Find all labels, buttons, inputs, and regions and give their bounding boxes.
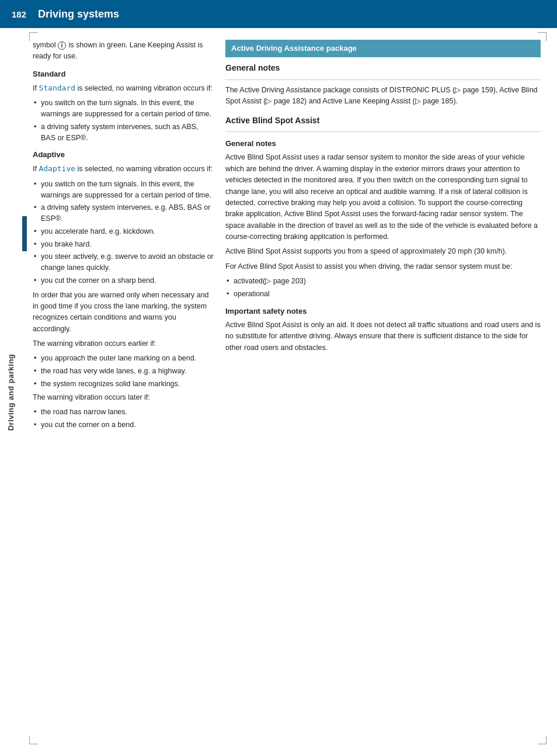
adaptive-bullets: you switch on the turn signals. In this … (33, 179, 214, 286)
adaptive-bullets2: you approach the outer lane marking on a… (33, 353, 214, 389)
adaptive-para1: In order that you are warned only when n… (33, 290, 214, 335)
blind-spot-para3: For Active Blind Spot Assist to assist y… (225, 261, 541, 272)
general-notes-1-heading: General notes (225, 62, 541, 75)
standard-bullets: you switch on the turn signals. In this … (33, 98, 214, 143)
list-item: you steer actively, e.g. swerve to avoid… (33, 251, 214, 273)
list-item: the road has narrow lanes. (33, 407, 214, 418)
list-item: a driving safety system intervenes, such… (33, 122, 214, 144)
list-item: you switch on the turn signals. In this … (33, 179, 214, 201)
list-item: you brake hard. (33, 239, 214, 250)
info-symbol: i (58, 41, 66, 50)
list-item: the system recognizes solid lane marking… (33, 379, 214, 390)
page: 182 Driving systems Driving and parking … (0, 0, 557, 756)
sidebar-text: Driving and parking (7, 353, 16, 431)
adaptive-para2: The warning vibration occurs earlier if: (33, 338, 214, 349)
intro-text-before: symbol (33, 41, 58, 49)
right-column: Active Driving Assistance package Genera… (225, 40, 541, 433)
blind-spot-bullets: activated(▷ page 203) operational (225, 276, 541, 300)
list-item: you cut the corner on a bend. (33, 419, 214, 431)
list-item: you approach the outer lane marking on a… (33, 353, 214, 364)
list-item: activated(▷ page 203) (225, 276, 541, 287)
section-indicator (22, 216, 27, 251)
safety-text: Active Blind Spot Assist is only an aid.… (225, 320, 541, 353)
blind-spot-para2: Active Blind Spot Assist supports you fr… (225, 246, 541, 257)
adaptive-heading: Adaptive (33, 149, 214, 161)
blind-spot-body: Active Blind Spot Assist uses a radar se… (225, 152, 541, 242)
header-bar: 182 Driving systems (0, 0, 557, 28)
list-item: you cut the corner on a sharp bend. (33, 275, 214, 286)
sidebar-label: Driving and parking (0, 28, 22, 756)
page-number: 182 (12, 9, 26, 19)
blind-spot-general-notes-heading: General notes (225, 138, 541, 150)
list-item: the road has very wide lanes, e.g. a hig… (33, 366, 214, 377)
general-notes-1-text: The Active Driving Assistance package co… (225, 85, 541, 107)
two-column-layout: symbol i is shown in green. Lane Keeping… (27, 28, 546, 433)
adaptive-para3: The warning vibration occurs later if: (33, 392, 214, 403)
adaptive-bullets3: the road has narrow lanes. you cut the c… (33, 407, 214, 431)
divider-2 (225, 131, 541, 132)
left-column: symbol i is shown in green. Lane Keeping… (33, 40, 214, 433)
standard-intro: If Standard is selected, no warning vibr… (33, 82, 214, 94)
intro-paragraph: symbol i is shown in green. Lane Keeping… (33, 40, 214, 63)
list-item: a driving safety system intervenes, e.g.… (33, 202, 214, 224)
content-area: symbol i is shown in green. Lane Keeping… (27, 28, 546, 756)
list-item: you switch on the turn signals. In this … (33, 98, 214, 120)
standard-heading: Standard (33, 68, 214, 80)
page-title: Driving systems (38, 8, 119, 20)
adaptive-intro: If Adaptive is selected, no warning vibr… (33, 163, 214, 175)
list-item: operational (225, 289, 541, 300)
blind-spot-heading: Active Blind Spot Assist (225, 115, 541, 127)
divider-1 (225, 79, 541, 80)
adaptive-label: Adaptive (39, 164, 75, 173)
list-item: you accelerate hard, e.g. kickdown. (33, 226, 214, 237)
package-header: Active Driving Assistance package (225, 40, 541, 57)
safety-notes-heading: Important safety notes (225, 306, 541, 317)
standard-label: Standard (39, 84, 75, 92)
